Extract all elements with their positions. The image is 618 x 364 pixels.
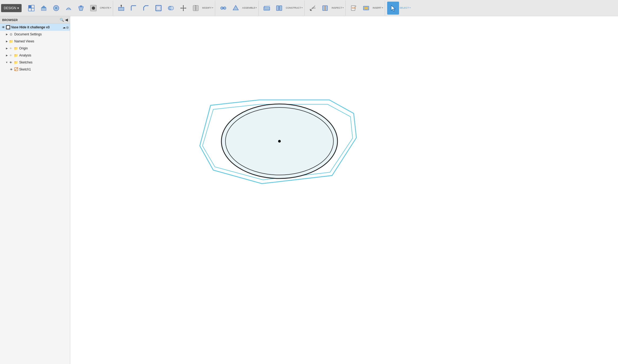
offset-plane-button[interactable] <box>261 2 273 15</box>
construct-label: CONSTRUCT ▾ <box>286 6 303 10</box>
revolve-button[interactable] <box>50 2 62 15</box>
svg-line-50 <box>15 68 18 71</box>
revolve-icon <box>52 4 60 12</box>
root-box-icon <box>6 25 10 29</box>
svg-marker-14 <box>120 5 122 6</box>
decal-button[interactable] <box>360 2 372 15</box>
split-body-button[interactable] <box>190 2 202 15</box>
press-pull-button[interactable] <box>115 2 127 15</box>
analysis-arrow[interactable]: ▶ <box>5 53 9 57</box>
joint-button[interactable] <box>217 2 229 15</box>
browser-search-icon[interactable]: 🔍 <box>60 18 64 22</box>
svg-marker-21 <box>183 5 184 6</box>
sketches-eye-icon[interactable]: 👁 <box>9 60 13 65</box>
measure-icon: mm <box>309 4 316 12</box>
tree-item-analysis[interactable]: ▶ 👁 📁 Analysis <box>0 52 70 59</box>
assemble-label: ASSEMBLE ▾ <box>242 6 257 10</box>
modify-group: MODIFY ▾ <box>114 1 215 16</box>
tree-item-sketches[interactable]: ▼ 👁 📁 Sketches <box>0 59 70 66</box>
move-copy-button[interactable] <box>177 2 189 15</box>
svg-rect-34 <box>280 6 282 11</box>
select-icon <box>389 4 397 12</box>
offset-plane-icon <box>263 4 271 12</box>
chamfer-icon <box>142 4 150 12</box>
viewport[interactable] <box>70 16 618 364</box>
tree-item-sketch1[interactable]: 👁 Sketch1 <box>0 66 70 73</box>
browser-collapse-icon[interactable]: ◀ <box>65 18 68 22</box>
document-settings-label: Document Settings <box>14 32 42 36</box>
loft-button[interactable] <box>75 2 87 15</box>
hole-button[interactable] <box>87 2 99 15</box>
as-built-joint-button[interactable] <box>230 2 242 15</box>
root-eye-icon[interactable]: 👁 <box>1 25 5 29</box>
analysis-eye-icon[interactable]: 👁 <box>9 53 13 58</box>
svg-point-7 <box>55 7 57 9</box>
tree-item-named-views[interactable]: ▶ 📁 Named Views <box>0 38 70 45</box>
measure-button[interactable]: mm <box>307 2 319 15</box>
press-pull-icon <box>117 4 125 12</box>
svg-point-11 <box>92 6 95 10</box>
assemble-arrow: ▾ <box>256 7 257 9</box>
construct-arrow: ▾ <box>302 7 303 9</box>
svg-rect-15 <box>156 5 161 11</box>
sketch1-eye-icon[interactable]: 👁 <box>9 67 13 72</box>
svg-text:mm: mm <box>312 7 316 9</box>
select-group: SELECT ▾ <box>386 1 412 16</box>
svg-marker-30 <box>233 5 238 10</box>
svg-text:SVG: SVG <box>352 7 356 9</box>
root-cloud-icon[interactable]: ☁ <box>63 26 66 29</box>
inspect-label: INSPECT ▾ <box>332 6 344 10</box>
insert-svg-icon: SVG <box>350 4 357 12</box>
as-built-joint-icon <box>232 4 239 12</box>
svg-rect-0 <box>28 5 31 8</box>
shell-button[interactable] <box>153 2 164 15</box>
sweep-button[interactable] <box>63 2 75 15</box>
svg-marker-23 <box>180 8 181 9</box>
new-component-icon <box>28 4 35 12</box>
insert-svg-button[interactable]: SVG <box>348 2 360 15</box>
sketches-label: Sketches <box>19 60 32 64</box>
origin-arrow[interactable]: ▶ <box>5 46 9 50</box>
named-views-label: Named Views <box>14 39 34 43</box>
split-body-icon <box>192 4 200 12</box>
named-views-folder-icon: 📁 <box>9 39 13 44</box>
root-target-icon[interactable]: ◎ <box>66 26 69 29</box>
design-mode-button[interactable]: DESIGN ▾ <box>1 4 22 12</box>
extrude-button[interactable] <box>38 2 50 15</box>
document-settings-arrow[interactable]: ▶ <box>5 32 9 36</box>
hole-icon <box>90 4 97 12</box>
toolbar: DESIGN ▾ <box>0 0 618 16</box>
svg-rect-46 <box>364 7 368 9</box>
svg-rect-33 <box>276 6 279 11</box>
origin-folder-icon: 📁 <box>13 46 18 51</box>
combine-button[interactable] <box>165 2 177 15</box>
origin-eye-icon[interactable]: 👁 <box>9 46 13 50</box>
svg-point-18 <box>170 6 174 10</box>
tree-root-item[interactable]: 👁 Vase Hide it challenge v3 ☁ ◎ <box>0 24 70 31</box>
midplane-button[interactable] <box>273 2 285 15</box>
svg-marker-5 <box>41 6 46 8</box>
shell-icon <box>155 4 162 12</box>
new-component-button[interactable] <box>25 2 37 15</box>
select-arrow: ▾ <box>410 7 411 9</box>
select-label: SELECT ▾ <box>400 6 411 10</box>
tree-item-origin[interactable]: ▶ 👁 📁 Origin <box>0 45 70 52</box>
main-area: BROWSER 🔍 ◀ 👁 Vase Hide it challenge v3 … <box>0 16 618 364</box>
svg-rect-16 <box>157 6 160 10</box>
inspect-arrow: ▾ <box>343 7 344 9</box>
modify-arrow: ▾ <box>212 7 213 9</box>
tree-item-document-settings[interactable]: ▶ ⚙ Document Settings <box>0 31 70 38</box>
svg-marker-24 <box>185 8 186 9</box>
section-analysis-button[interactable] <box>319 2 331 15</box>
fillet-button[interactable] <box>128 2 140 15</box>
sketch1-icon <box>14 67 18 72</box>
origin-label: Origin <box>19 46 28 50</box>
sketches-arrow[interactable]: ▼ <box>5 60 9 64</box>
midplane-icon <box>275 4 283 12</box>
decal-icon <box>362 4 370 12</box>
select-button[interactable] <box>387 2 399 15</box>
joint-icon <box>219 4 227 12</box>
chamfer-button[interactable] <box>140 2 152 15</box>
svg-marker-47 <box>391 5 395 11</box>
named-views-arrow[interactable]: ▶ <box>5 39 9 43</box>
